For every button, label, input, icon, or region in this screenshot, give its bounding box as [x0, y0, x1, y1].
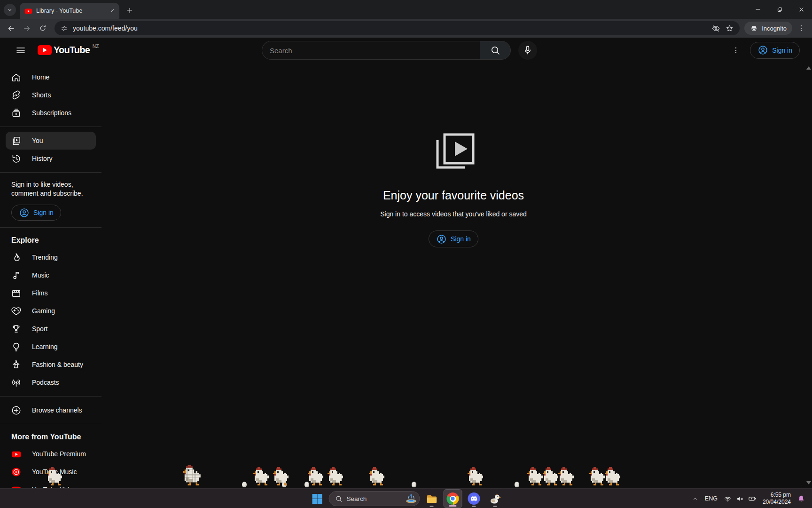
taskbar-search[interactable]: Search [329, 491, 420, 506]
tab-close-icon[interactable] [109, 8, 116, 14]
youtube-logo[interactable]: YouTube NZ [38, 45, 100, 56]
sidebar-item-browse-channels[interactable]: Browse channels [6, 401, 96, 419]
guide-menu-button[interactable] [11, 41, 30, 60]
sidebar-item-you[interactable]: You [6, 132, 96, 150]
person-icon [436, 234, 447, 245]
window-controls [747, 0, 812, 19]
header-sign-in-button[interactable]: Sign in [750, 42, 800, 59]
sidebar-item-trending[interactable]: Trending [6, 248, 96, 266]
search-input[interactable] [262, 41, 480, 60]
tray-chevron-up-icon[interactable] [692, 495, 699, 502]
language-indicator[interactable]: ENG [705, 495, 718, 502]
podcasts-icon [10, 377, 22, 388]
restore-button[interactable] [769, 0, 790, 19]
sidebar-item-label: Subscriptions [32, 109, 71, 117]
sidebar-item-learning[interactable]: Learning [6, 338, 96, 356]
sidebar-item-label: Browse channels [32, 406, 82, 414]
section-title-more-from-youtube: More from YouTube [0, 429, 102, 445]
page-scrollbar[interactable] [805, 63, 812, 488]
microphone-icon [522, 45, 533, 56]
person-icon [19, 207, 30, 218]
notification-bell-icon[interactable] [797, 494, 805, 503]
start-button[interactable] [308, 489, 327, 508]
sidebar-item-fashion-beauty[interactable]: Fashion & beauty [6, 356, 96, 373]
chicken-app-icon [489, 492, 502, 505]
youtube-favicon-icon [24, 7, 32, 15]
sidebar: HomeShortsSubscriptionsYouHistorySign in… [0, 63, 102, 488]
wifi-icon [724, 495, 732, 503]
eye-off-icon[interactable] [711, 24, 720, 33]
browser-toolbar: youtube.com/feed/you Incognito [0, 19, 812, 38]
page-subtitle: Sign in to access videos that you've lik… [380, 210, 527, 218]
browser-tabstrip: Library - YouTube [0, 0, 812, 19]
back-icon [7, 24, 16, 33]
windows-start-icon [311, 493, 323, 505]
home-icon [10, 72, 22, 83]
chicken-sprite [306, 467, 325, 487]
browser-menu-button[interactable] [794, 21, 808, 35]
settings-menu-button[interactable] [726, 41, 745, 60]
sidebar-item-label: Podcasts [32, 379, 59, 386]
forward-button[interactable] [20, 21, 34, 35]
sidebar-item-gaming[interactable]: Gaming [6, 302, 96, 320]
sidebar-item-label: Gaming [32, 307, 55, 315]
voice-search-button[interactable] [518, 41, 537, 60]
hamburger-icon [15, 45, 26, 56]
discord-button[interactable] [465, 489, 484, 508]
youtube-page: YouTube NZ Sign in HomeShortsSubscriptio… [0, 38, 812, 488]
scroll-down-arrow-icon[interactable] [806, 481, 811, 484]
tray-date: 20/04/2024 [763, 499, 791, 506]
search-button[interactable] [480, 41, 511, 60]
folder-icon [425, 492, 438, 505]
dots-vertical-icon [732, 46, 740, 55]
reload-button[interactable] [36, 21, 50, 35]
main-content: Enjoy your favourite videos Sign in to a… [102, 63, 805, 488]
volume-muted-icon [736, 495, 744, 503]
sidebar-item-history[interactable]: History [6, 150, 96, 167]
screen: { "chrome": { "tab_title": "Library - Yo… [0, 0, 812, 508]
fashion-icon [10, 359, 22, 370]
sidebar-item-music[interactable]: Music [6, 266, 96, 284]
scroll-up-arrow-icon[interactable] [806, 66, 811, 70]
browser-tab-active[interactable]: Library - YouTube [20, 3, 119, 19]
file-explorer-button[interactable] [422, 489, 441, 508]
tray-status-icons[interactable] [724, 494, 757, 503]
chrome-button[interactable] [444, 489, 462, 508]
taskbar-clock[interactable]: 6:55 pm 20/04/2024 [763, 492, 791, 506]
egg-sprite [515, 482, 519, 487]
address-bar[interactable]: youtube.com/feed/you [55, 21, 740, 35]
back-button[interactable] [4, 21, 18, 35]
sidebar-item-subscriptions[interactable]: Subscriptions [6, 104, 96, 122]
tray-time: 6:55 pm [763, 492, 791, 499]
learning-icon [10, 341, 22, 352]
bing-daily-fountain-icon [406, 493, 417, 504]
sidebar-item-sport[interactable]: Sport [6, 320, 96, 338]
sidebar-item-home[interactable]: Home [6, 68, 96, 86]
chicken-sprite [272, 467, 290, 487]
sidebar-item-podcasts[interactable]: Podcasts [6, 373, 96, 391]
gaming-icon [10, 306, 22, 317]
chicken-app-button[interactable] [486, 489, 505, 508]
site-info-icon[interactable] [60, 24, 68, 32]
bookmark-star-icon[interactable] [725, 24, 734, 33]
sidebar-item-shorts[interactable]: Shorts [6, 86, 96, 104]
close-button[interactable] [790, 0, 812, 19]
sidebar-divider [0, 424, 102, 424]
header-right: Sign in [726, 38, 800, 63]
sidebar-sign-in-button[interactable]: Sign in [11, 205, 61, 221]
windows-taskbar: Search ENG 6:55 pm 20/04/2024 [0, 488, 812, 508]
sidebar-item-youtube-premium[interactable]: YouTube Premium [6, 445, 96, 463]
sidebar-item-films[interactable]: Films [6, 284, 96, 302]
main-sign-in-button[interactable]: Sign in [429, 230, 478, 247]
sidebar-divider [0, 127, 102, 127]
chicken-sprite [466, 467, 484, 487]
new-tab-button[interactable] [124, 5, 135, 16]
plus-circle-icon [10, 405, 22, 416]
tab-search-button[interactable] [4, 4, 16, 16]
minimize-button[interactable] [747, 0, 769, 19]
youtube-wordmark: YouTube [54, 45, 90, 56]
sidebar-divider [0, 227, 102, 228]
history-icon [10, 153, 22, 164]
chicken-sprite [181, 465, 202, 487]
battery-icon [748, 494, 757, 503]
